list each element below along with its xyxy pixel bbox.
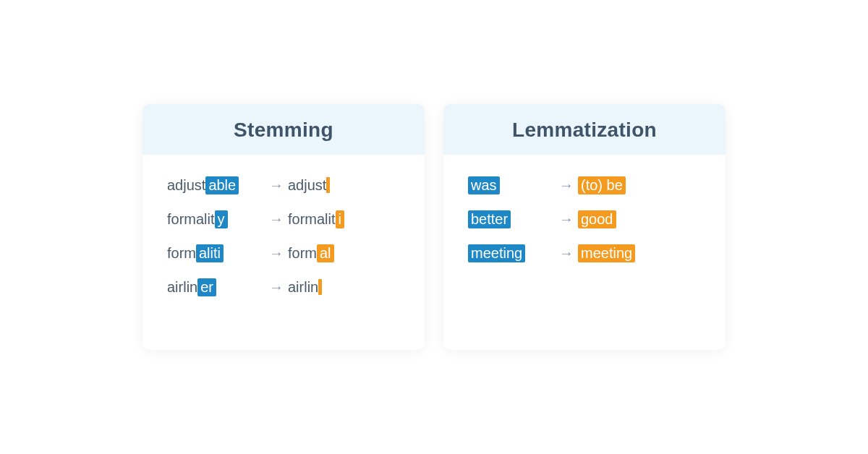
stem-output: airlin (288, 279, 400, 296)
stem-row: adjustable → adjust (167, 176, 400, 194)
stem-output: formal (288, 244, 400, 262)
lemma-input: meeting (468, 244, 555, 262)
lemma-output: (to) be (578, 176, 701, 194)
lemma-output: good (578, 210, 701, 228)
stem-row: formaliti → formal (167, 244, 400, 262)
lemmatization-card: Lemmatization was → (to) be better → goo… (443, 104, 726, 350)
stem-output: adjust (288, 177, 400, 194)
stem-row: formality → formaliti (167, 210, 400, 228)
arrow-icon: → (555, 177, 578, 194)
lemma-input: better (468, 210, 555, 228)
stem-output: formaliti (288, 210, 400, 228)
cursor-bar-icon (326, 177, 330, 193)
stem-input: adjustable (167, 176, 265, 194)
stemming-title: Stemming (142, 119, 425, 142)
stem-row: airliner → airlin (167, 278, 400, 296)
lemmatization-title: Lemmatization (443, 119, 726, 142)
lemmatization-body: was → (to) be better → good meeting → me… (443, 155, 726, 284)
arrow-icon: → (265, 279, 288, 296)
arrow-icon: → (555, 245, 578, 262)
cursor-bar-icon (318, 279, 322, 295)
lemma-output: meeting (578, 244, 701, 262)
stem-input: formality (167, 210, 265, 228)
lemmatization-header: Lemmatization (443, 104, 726, 155)
arrow-icon: → (265, 211, 288, 228)
stem-input: formaliti (167, 244, 265, 262)
arrow-icon: → (265, 177, 288, 194)
stem-input: airliner (167, 278, 265, 296)
arrow-icon: → (555, 211, 578, 228)
lemma-row: meeting → meeting (468, 244, 701, 262)
stemming-header: Stemming (142, 104, 425, 155)
lemma-row: was → (to) be (468, 176, 701, 194)
lemma-row: better → good (468, 210, 701, 228)
stemming-card: Stemming adjustable → adjust formality →… (142, 104, 425, 350)
stemming-body: adjustable → adjust formality → formalit… (142, 155, 425, 318)
lemma-input: was (468, 176, 555, 194)
arrow-icon: → (265, 245, 288, 262)
